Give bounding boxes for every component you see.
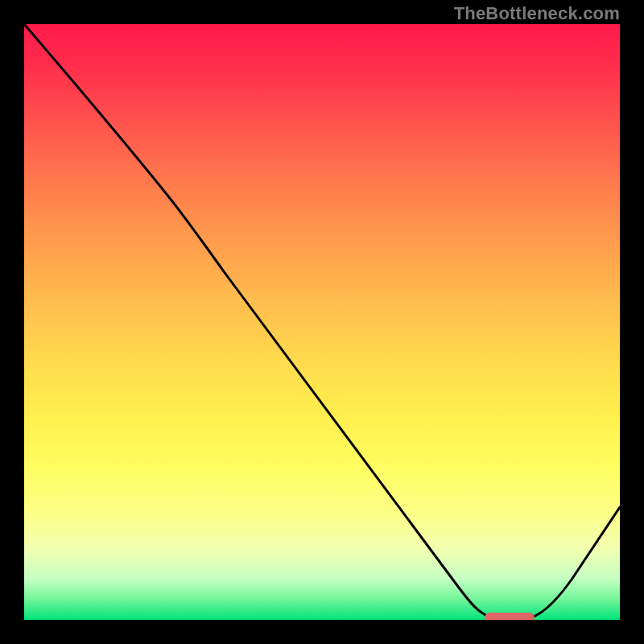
watermark-text: TheBottleneck.com (454, 3, 620, 24)
chart-background-gradient (24, 24, 620, 620)
chart-area (24, 24, 620, 620)
